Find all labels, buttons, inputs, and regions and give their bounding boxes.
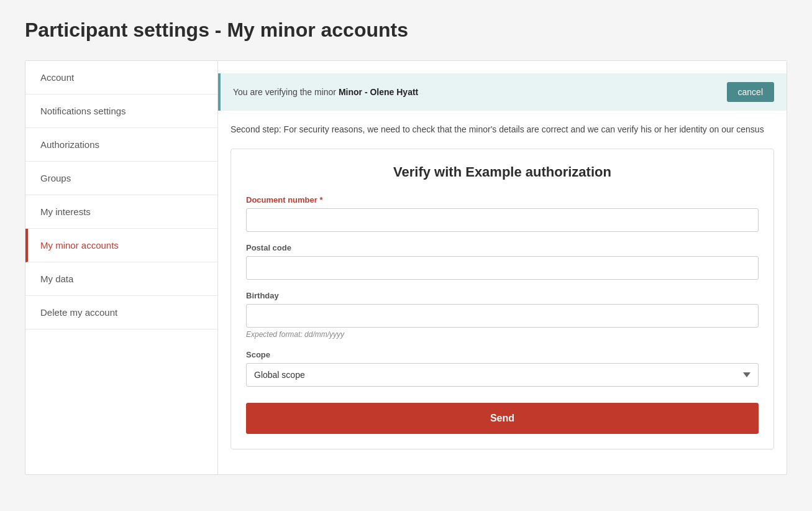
sidebar-item-label: My interests bbox=[40, 206, 91, 217]
sidebar-item-label: My data bbox=[40, 274, 73, 284]
form-section: Verify with Example authorization Docume… bbox=[230, 149, 774, 449]
postal-code-group: Postal code bbox=[246, 243, 759, 280]
sidebar-item-authorizations[interactable]: Authorizations bbox=[25, 128, 217, 162]
sidebar-item-notifications-settings[interactable]: Notifications settings bbox=[25, 94, 217, 128]
banner-text: You are verifying the minor Minor - Olen… bbox=[233, 87, 418, 97]
cancel-button[interactable]: cancel bbox=[727, 82, 774, 102]
main-content: You are verifying the minor Minor - Olen… bbox=[218, 61, 787, 474]
scope-group: Scope Global scope bbox=[246, 350, 759, 387]
sidebar-item-label: Delete my account bbox=[40, 307, 117, 318]
banner-minor-name: Minor - Olene Hyatt bbox=[339, 87, 418, 97]
sidebar-item-my-minor-accounts[interactable]: My minor accounts bbox=[25, 229, 217, 262]
page-title: Participant settings - My minor accounts bbox=[25, 19, 787, 42]
birthday-format-hint: Expected format: dd/mm/yyyy bbox=[246, 330, 759, 339]
send-button[interactable]: Send bbox=[246, 403, 759, 434]
birthday-label: Birthday bbox=[246, 291, 759, 300]
sidebar-item-label: Account bbox=[40, 72, 74, 83]
sidebar-item-my-data[interactable]: My data bbox=[25, 262, 217, 296]
document-number-group: Document number * bbox=[246, 195, 759, 232]
sidebar-item-label: My minor accounts bbox=[40, 240, 119, 251]
description-text: Second step: For security reasons, we ne… bbox=[218, 123, 787, 136]
sidebar-item-my-interests[interactable]: My interests bbox=[25, 195, 217, 229]
sidebar-item-account[interactable]: Account bbox=[25, 61, 217, 94]
verify-title: Verify with Example authorization bbox=[246, 164, 759, 180]
sidebar-item-label: Groups bbox=[40, 173, 71, 183]
sidebar-item-delete-my-account[interactable]: Delete my account bbox=[25, 296, 217, 329]
birthday-group: Birthday Expected format: dd/mm/yyyy bbox=[246, 291, 759, 339]
postal-code-label: Postal code bbox=[246, 243, 759, 252]
banner-prefix: You are verifying the minor bbox=[233, 87, 339, 97]
scope-label: Scope bbox=[246, 350, 759, 359]
sidebar-item-label: Authorizations bbox=[40, 139, 99, 150]
document-number-label: Document number * bbox=[246, 195, 759, 205]
document-number-input[interactable] bbox=[246, 208, 759, 232]
birthday-input[interactable] bbox=[246, 304, 759, 328]
sidebar-item-groups[interactable]: Groups bbox=[25, 162, 217, 195]
required-indicator: * bbox=[319, 195, 322, 205]
scope-select[interactable]: Global scope bbox=[246, 363, 759, 387]
postal-code-input[interactable] bbox=[246, 256, 759, 280]
info-banner: You are verifying the minor Minor - Olen… bbox=[218, 73, 787, 111]
sidebar-item-label: Notifications settings bbox=[40, 106, 126, 116]
sidebar: Account Notifications settings Authoriza… bbox=[25, 61, 218, 474]
